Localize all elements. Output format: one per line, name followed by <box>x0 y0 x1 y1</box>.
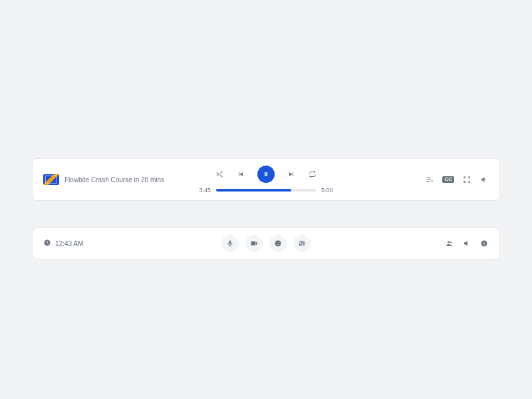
volume-icon[interactable] <box>479 175 489 184</box>
progress-row: 3:45 5:00 <box>199 187 332 194</box>
call-right-tools <box>311 239 489 248</box>
elapsed-time: 3:45 <box>199 187 211 194</box>
info-icon[interactable] <box>479 239 489 248</box>
repeat-icon[interactable] <box>308 170 317 179</box>
svg-point-2 <box>277 242 277 243</box>
svg-point-3 <box>279 242 279 243</box>
call-bar: 12:43 AM <box>32 227 500 259</box>
svg-point-6 <box>303 243 305 244</box>
svg-point-4 <box>299 244 301 245</box>
volume-icon[interactable] <box>462 239 471 248</box>
svg-point-5 <box>301 241 303 243</box>
svg-point-8 <box>450 241 452 243</box>
player-right-tools: CC <box>333 175 489 184</box>
next-icon[interactable] <box>287 170 296 179</box>
media-player-bar: Flowbite Crash Course in 20 mins 3:45 <box>32 158 500 201</box>
progress-fill <box>216 189 291 192</box>
transport-controls <box>215 166 317 183</box>
previous-icon[interactable] <box>236 170 245 179</box>
total-time: 5:00 <box>321 187 333 194</box>
call-time: 12:43 AM <box>43 239 221 248</box>
emoji-icon[interactable] <box>269 235 287 252</box>
call-time-label: 12:43 AM <box>55 240 83 247</box>
player-center: 3:45 5:00 <box>199 166 332 194</box>
camera-icon[interactable] <box>245 235 263 252</box>
captions-icon[interactable]: CC <box>442 176 454 183</box>
svg-point-11 <box>483 241 484 242</box>
fullscreen-icon[interactable] <box>462 175 471 184</box>
mic-icon[interactable] <box>221 235 239 252</box>
now-playing: Flowbite Crash Course in 20 mins <box>43 174 199 185</box>
svg-point-7 <box>448 241 450 243</box>
playlist-icon[interactable] <box>425 175 434 184</box>
participants-icon[interactable] <box>445 239 454 248</box>
video-thumbnail[interactable] <box>43 174 59 185</box>
svg-rect-10 <box>484 243 485 245</box>
call-controls <box>221 235 311 252</box>
video-title: Flowbite Crash Course in 20 mins <box>65 176 164 184</box>
svg-point-1 <box>275 241 281 247</box>
clock-icon <box>43 239 51 248</box>
settings-sliders-icon[interactable] <box>293 235 311 252</box>
pause-button[interactable] <box>257 166 275 183</box>
shuffle-icon[interactable] <box>215 170 224 179</box>
progress-track[interactable] <box>216 189 316 192</box>
